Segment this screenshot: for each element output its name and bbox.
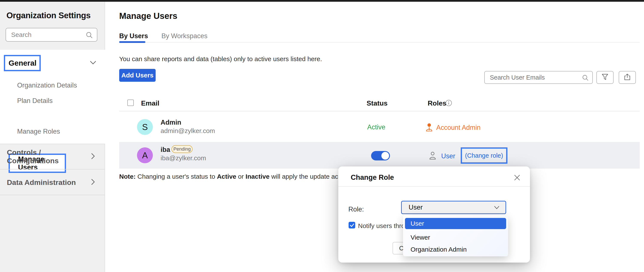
notify-checkbox[interactable] <box>348 222 355 228</box>
search-icon <box>582 74 589 82</box>
sidebar-item-manage-roles[interactable]: Manage Roles <box>17 128 60 135</box>
add-users-button[interactable]: Add Users <box>119 69 156 82</box>
filter-icon <box>601 73 609 82</box>
page-title: Manage Users <box>119 11 177 21</box>
user-email: iba@zylker.com <box>160 154 206 162</box>
column-header-email: Email <box>141 99 159 107</box>
dropdown-option-viewer[interactable]: Viewer <box>410 234 430 241</box>
tab-divider <box>119 42 640 43</box>
page-description: You can share reports and data (tables) … <box>119 55 322 63</box>
table-row[interactable]: S Admin admin@zylker.com Active Account … <box>119 111 640 142</box>
sidebar-search-input[interactable] <box>6 28 97 41</box>
export-button[interactable] <box>619 71 636 84</box>
sidebar-section-label: Data Administration <box>7 178 76 187</box>
sidebar-section-label: Controls / Configurations <box>7 148 90 165</box>
check-icon <box>350 223 354 228</box>
user-email-search <box>484 71 593 84</box>
chevron-right-icon <box>90 178 96 187</box>
status-toggle[interactable] <box>371 151 390 160</box>
sidebar-group-general: General <box>8 59 36 67</box>
sidebar: Organization Settings General Organizati… <box>0 2 105 272</box>
role-select-value: User <box>408 204 422 211</box>
top-window-bar <box>0 0 644 2</box>
pending-badge: Pending <box>172 145 192 153</box>
user-name: iba <box>160 146 170 154</box>
search-icon <box>86 32 93 40</box>
chevron-down-icon <box>494 205 500 211</box>
close-icon[interactable] <box>513 174 521 182</box>
table-row[interactable]: A iba Pending iba@zylker.com User (Chang… <box>119 142 640 169</box>
sidebar-search <box>6 28 97 42</box>
avatar: A <box>137 147 153 163</box>
column-header-status: Status <box>366 99 388 107</box>
role-text[interactable]: User <box>441 152 455 160</box>
role-field-label: Role: <box>348 205 364 213</box>
status-text: Active <box>367 123 385 131</box>
sidebar-item-plan-details[interactable]: Plan Details <box>17 97 52 105</box>
chevron-down-icon[interactable] <box>89 60 97 66</box>
filter-button[interactable] <box>596 71 614 84</box>
user-email-search-input[interactable] <box>485 71 592 83</box>
change-role-link[interactable]: (Change role) <box>465 152 503 159</box>
dropdown-option-organization-admin[interactable]: Organization Admin <box>410 246 467 253</box>
user-role-icon <box>429 151 436 161</box>
dropdown-option-user[interactable]: User <box>405 218 506 229</box>
sidebar-section-data-administration[interactable]: Data Administration <box>0 170 105 195</box>
modal-title: Change Role <box>351 173 394 181</box>
account-admin-icon <box>426 123 433 133</box>
sidebar-general-section: General Organization Details Plan Detail… <box>0 50 105 144</box>
user-name: Admin <box>160 119 181 126</box>
change-role-modal: Change Role Role: User Notify users thro… <box>338 166 530 262</box>
role-dropdown-list: User Viewer Organization Admin <box>403 215 508 256</box>
export-icon <box>624 73 631 82</box>
chevron-right-icon <box>90 152 96 161</box>
role-select[interactable]: User <box>401 201 506 214</box>
select-all-checkbox[interactable] <box>127 100 134 106</box>
user-email: admin@zylker.com <box>160 127 215 134</box>
avatar: S <box>137 119 153 135</box>
tab-by-users[interactable]: By Users <box>119 32 148 40</box>
info-icon[interactable] <box>445 100 452 107</box>
tab-by-workspaces[interactable]: By Workspaces <box>162 32 208 40</box>
active-tab-indicator <box>119 41 145 43</box>
change-role-highlight-box[interactable]: (Change role) <box>461 147 508 164</box>
column-header-roles: Roles <box>428 99 446 107</box>
sidebar-title: Organization Settings <box>6 11 91 20</box>
toggle-knob <box>382 152 389 160</box>
modal-divider <box>338 186 530 187</box>
general-highlight-box[interactable]: General <box>4 55 41 71</box>
sidebar-section-controls-configurations[interactable]: Controls / Configurations <box>0 144 105 169</box>
sidebar-item-organization-details[interactable]: Organization Details <box>17 82 77 89</box>
role-text: Account Admin <box>436 124 481 131</box>
